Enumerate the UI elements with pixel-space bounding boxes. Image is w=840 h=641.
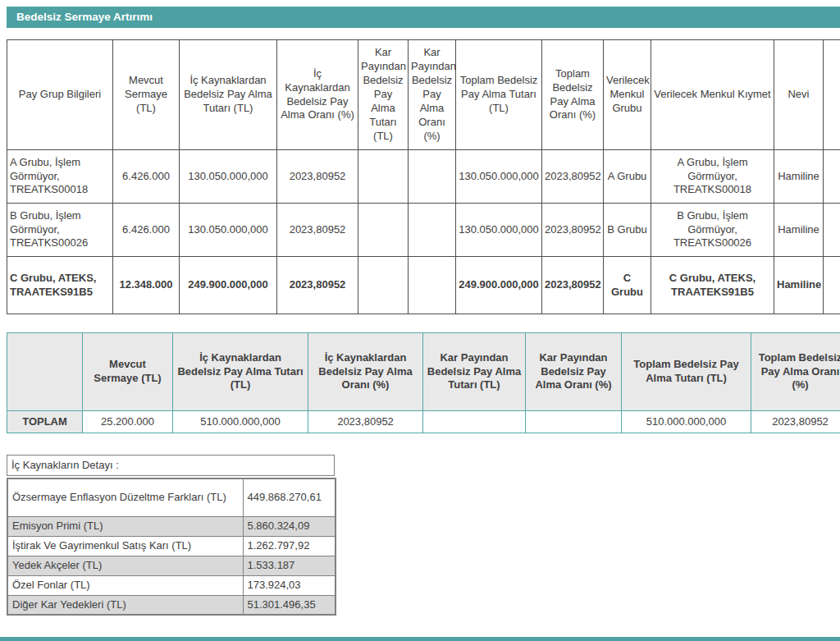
detail-table-title: İç Kaynakların Detayı : bbox=[7, 455, 335, 476]
column-header-menkul-kiymet: Verilecek Menkul Kıymet bbox=[651, 40, 774, 150]
column-header-mevcut-sermaye: Mevcut Sermaye (TL) bbox=[83, 333, 173, 411]
cell-nevi: Hamiline bbox=[774, 204, 824, 257]
table-row-a-grubu: A Grubu, İşlem Görmüyor, TREATKS00018 6.… bbox=[7, 150, 840, 204]
disclosure-page: Bedelsiz Sermaye Artırımı Pay Grup Bilgi… bbox=[7, 7, 840, 616]
column-header-toplam-tutar: Toplam Bedelsiz Pay Alma Tutarı (TL) bbox=[456, 40, 542, 150]
cell-ic-kaynak-oran: 2023,80952 bbox=[277, 150, 358, 204]
detail-label: Diğer Kar Yedekleri (TL) bbox=[7, 595, 243, 615]
toplam-row-label: TOPLAM bbox=[7, 411, 83, 433]
column-header-pay-grup: Pay Grup Bilgileri bbox=[7, 40, 113, 150]
column-header-kar-payi-oran: Kar Payından Bedelsiz Pay Alma Oranı (%) bbox=[526, 333, 622, 411]
share-group-table: Pay Grup Bilgileri Mevcut Sermaye (TL) İ… bbox=[7, 39, 840, 314]
detail-value: 5.860.324,09 bbox=[243, 516, 336, 536]
cell-ic-kaynak-tutar: 249.900.000,000 bbox=[180, 257, 277, 314]
detail-value: 173.924,03 bbox=[243, 575, 336, 595]
share-group-header-row: Pay Grup Bilgileri Mevcut Sermaye (TL) İ… bbox=[7, 40, 840, 150]
cell-mevcut-sermaye: 6.426.000 bbox=[113, 204, 180, 257]
section-title-bar: Bedelsiz Sermaye Artırımı bbox=[7, 7, 840, 28]
detail-row-diger-kar-yedekleri: Diğer Kar Yedekleri (TL) 51.301.496,35 bbox=[7, 595, 336, 615]
toplam-row: TOPLAM 25.200.000 510.000.000,000 2023,8… bbox=[7, 411, 840, 433]
cell-kar-payi-oran bbox=[409, 257, 456, 314]
bottom-accent-strip bbox=[0, 637, 840, 641]
detail-label: Emisyon Primi (TL) bbox=[7, 516, 243, 536]
column-header-toplam-oran: Toplam Bedelsiz Pay Alma Oranı (%) bbox=[751, 333, 840, 411]
cell-toplam-oran: 2023,80952 bbox=[542, 150, 604, 204]
cell-kar-payi-tutar bbox=[358, 150, 409, 204]
cell-menkul-kiymet: C Grubu, ATEKS, TRAATEKS91B5 bbox=[651, 257, 774, 314]
cell-kar-payi-oran bbox=[526, 411, 622, 433]
cell-kar-payi-tutar bbox=[423, 411, 526, 433]
cell-overflow bbox=[824, 257, 840, 314]
column-header-toplam-oran: Toplam Bedelsiz Pay Alma Oranı (%) bbox=[542, 40, 604, 150]
detail-label: İştirak Ve Gayrimenkul Satış Karı (TL) bbox=[7, 536, 243, 556]
column-header-ic-kaynak-tutar: İç Kaynaklardan Bedelsiz Pay Alma Tutarı… bbox=[173, 333, 308, 411]
toplam-summary-table: Mevcut Sermaye (TL) İç Kaynaklardan Bede… bbox=[7, 332, 840, 433]
detail-row-ozel-fonlar: Özel Fonlar (TL) 173.924,03 bbox=[7, 575, 336, 595]
column-header-kar-payi-tutar: Kar Payından Bedelsiz Pay Alma Tutarı (T… bbox=[358, 40, 409, 150]
detail-row-istirak: İştirak Ve Gayrimenkul Satış Karı (TL) 1… bbox=[7, 536, 336, 556]
column-header-ic-kaynak-oran: İç Kaynaklardan Bedelsiz Pay Alma Oranı … bbox=[277, 40, 358, 150]
cell-kar-payi-tutar bbox=[358, 204, 409, 257]
cell-menkul-grubu: B Grubu bbox=[604, 204, 651, 257]
cell-menkul-kiymet: A Grubu, İşlem Görmüyor, TREATKS00018 bbox=[651, 150, 774, 204]
section-title: Bedelsiz Sermaye Artırımı bbox=[16, 11, 153, 23]
cell-pay-grup: B Grubu, İşlem Görmüyor, TREATKS00026 bbox=[7, 204, 113, 257]
detail-value: 1.533.187 bbox=[243, 556, 336, 575]
detail-value: 1.262.797,92 bbox=[243, 536, 336, 556]
column-header-overflow bbox=[824, 40, 840, 150]
cell-ic-kaynak-tutar: 510.000.000,000 bbox=[173, 411, 308, 433]
cell-menkul-grubu: A Grubu bbox=[604, 150, 651, 204]
cell-toplam-oran: 2023,80952 bbox=[542, 257, 604, 314]
cell-nevi: Hamiline bbox=[774, 257, 824, 314]
cell-ic-kaynak-tutar: 130.050.000,000 bbox=[180, 204, 277, 257]
detail-value: 51.301.496,35 bbox=[243, 595, 336, 615]
detail-label: Özel Fonlar (TL) bbox=[7, 575, 243, 595]
cell-toplam-tutar: 510.000.000,000 bbox=[622, 411, 751, 433]
cell-ic-kaynak-tutar: 130.050.000,000 bbox=[180, 150, 277, 204]
detail-label: Özsermaye Enflasyon Düzeltme Farkları (T… bbox=[7, 478, 243, 516]
internal-sources-detail: İç Kaynakların Detayı : Özsermaye Enflas… bbox=[7, 455, 335, 616]
cell-menkul-grubu: C Grubu bbox=[604, 257, 651, 314]
column-header-ic-kaynak-tutar: İç Kaynaklardan Bedelsiz Pay Alma Tutarı… bbox=[180, 40, 277, 150]
cell-toplam-tutar: 130.050.000,000 bbox=[456, 150, 542, 204]
cell-ic-kaynak-oran: 2023,80952 bbox=[308, 411, 423, 433]
toplam-header-row: Mevcut Sermaye (TL) İç Kaynaklardan Bede… bbox=[7, 333, 840, 411]
column-header-empty bbox=[7, 333, 83, 411]
table-row-c-grubu: C Grubu, ATEKS, TRAATEKS91B5 12.348.000 … bbox=[7, 257, 840, 314]
column-header-ic-kaynak-oran: İç Kaynaklardan Bedelsiz Pay Alma Oranı … bbox=[308, 333, 423, 411]
detail-row-yedek-akceler: Yedek Akçeler (TL) 1.533.187 bbox=[7, 556, 336, 575]
cell-ic-kaynak-oran: 2023,80952 bbox=[277, 257, 358, 314]
cell-menkul-kiymet: B Grubu, İşlem Görmüyor, TREATKS00026 bbox=[651, 204, 774, 257]
column-header-nevi: Nevi bbox=[774, 40, 824, 150]
column-header-mevcut-sermaye: Mevcut Sermaye (TL) bbox=[113, 40, 180, 150]
detail-row-ozsermaye: Özsermaye Enflasyon Düzeltme Farkları (T… bbox=[7, 478, 336, 516]
column-header-toplam-tutar: Toplam Bedelsiz Pay Alma Tutarı (TL) bbox=[622, 333, 751, 411]
cell-pay-grup: C Grubu, ATEKS, TRAATEKS91B5 bbox=[7, 257, 113, 314]
cell-toplam-tutar: 249.900.000,000 bbox=[456, 257, 542, 314]
cell-overflow bbox=[824, 150, 840, 204]
cell-ic-kaynak-oran: 2023,80952 bbox=[277, 204, 358, 257]
cell-mevcut-sermaye: 25.200.000 bbox=[83, 411, 173, 433]
column-header-menkul-grubu: Verilecek Menkul Grubu bbox=[604, 40, 651, 150]
cell-overflow bbox=[824, 204, 840, 257]
cell-toplam-tutar: 130.050.000,000 bbox=[456, 204, 542, 257]
cell-kar-payi-tutar bbox=[358, 257, 409, 314]
detail-table: Özsermaye Enflasyon Düzeltme Farkları (T… bbox=[7, 478, 336, 616]
detail-value: 449.868.270,61 bbox=[243, 478, 336, 516]
detail-label: Yedek Akçeler (TL) bbox=[7, 556, 243, 575]
cell-toplam-oran: 2023,80952 bbox=[542, 204, 604, 257]
cell-kar-payi-oran bbox=[409, 150, 456, 204]
column-header-kar-payi-tutar: Kar Payından Bedelsiz Pay Alma Tutarı (T… bbox=[423, 333, 526, 411]
cell-pay-grup: A Grubu, İşlem Görmüyor, TREATKS00018 bbox=[7, 150, 113, 204]
cell-nevi: Hamiline bbox=[774, 150, 824, 204]
cell-mevcut-sermaye: 6.426.000 bbox=[113, 150, 180, 204]
cell-toplam-oran: 2023,80952 bbox=[751, 411, 840, 433]
detail-row-emisyon-primi: Emisyon Primi (TL) 5.860.324,09 bbox=[7, 516, 336, 536]
cell-mevcut-sermaye: 12.348.000 bbox=[113, 257, 180, 314]
table-row-b-grubu: B Grubu, İşlem Görmüyor, TREATKS00026 6.… bbox=[7, 204, 840, 257]
column-header-kar-payi-oran: Kar Payından Bedelsiz Pay Alma Oranı (%) bbox=[409, 40, 456, 150]
cell-kar-payi-oran bbox=[409, 204, 456, 257]
